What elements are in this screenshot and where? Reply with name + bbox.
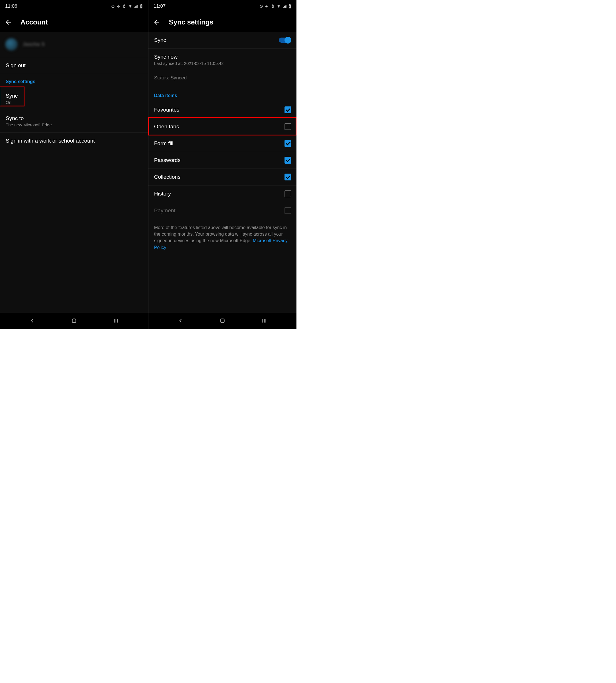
open-tabs-label: Open tabs <box>154 123 291 130</box>
chevron-left-icon <box>177 318 184 324</box>
arrow-left-icon <box>153 18 161 26</box>
arrow-left-icon <box>4 18 13 26</box>
page-title: Sync settings <box>169 18 213 26</box>
sync-item[interactable]: Sync On <box>0 88 148 110</box>
back-button[interactable] <box>152 17 162 27</box>
mute-icon <box>265 4 269 8</box>
payment-item: Payment <box>148 202 296 219</box>
status-icons <box>259 4 291 9</box>
syncto-item[interactable]: Sync to The new Microsoft Edge <box>0 110 148 133</box>
collections-checkbox[interactable] <box>285 174 291 180</box>
home-icon <box>71 318 77 324</box>
history-label: History <box>154 191 291 197</box>
content: Jascha S Sign out Sync settings Sync On … <box>0 32 148 313</box>
passwords-item[interactable]: Passwords <box>148 152 296 169</box>
favourites-item[interactable]: Favourites <box>148 101 296 118</box>
collections-label: Collections <box>154 174 291 180</box>
header: Sync settings <box>148 13 296 32</box>
sync-toggle-label: Sync <box>154 37 166 43</box>
content: Sync Sync now Last synced at: 2021-02-15… <box>148 32 296 313</box>
form-fill-label: Form fill <box>154 140 291 146</box>
phone-right: 11:07 Sync settings Sync Sync now Last s… <box>148 0 296 329</box>
header: Account <box>0 13 148 32</box>
sync-now-sub: Last synced at: 2021-02-15 11:05:42 <box>154 61 291 66</box>
payment-checkbox <box>285 207 291 214</box>
sync-settings-header: Sync settings <box>0 74 148 88</box>
passwords-label: Passwords <box>154 157 291 163</box>
page-title: Account <box>21 18 48 26</box>
nav-bar <box>0 313 148 329</box>
payment-label: Payment <box>154 207 291 214</box>
footer-text: More of the features listed above will b… <box>148 219 296 256</box>
sync-label: Sync <box>6 93 142 99</box>
phone-left: 11:06 Account Jascha S Sign out Sync set… <box>0 0 148 329</box>
favourites-label: Favourites <box>154 107 291 113</box>
alarm-icon <box>111 4 115 8</box>
battery-saver-icon <box>122 4 127 8</box>
recents-icon <box>113 318 119 324</box>
account-name: Jascha S <box>23 42 45 47</box>
form-fill-checkbox[interactable] <box>285 140 291 147</box>
account-row[interactable]: Jascha S <box>0 32 148 57</box>
sync-status-item: Status: Synced <box>148 71 296 88</box>
nav-back[interactable] <box>25 314 39 327</box>
signin-work-label: Sign in with a work or school account <box>6 138 142 144</box>
nav-home[interactable] <box>216 314 229 327</box>
status-time: 11:06 <box>5 3 17 9</box>
passwords-checkbox[interactable] <box>285 157 291 164</box>
nav-home[interactable] <box>67 314 81 327</box>
signal-icon <box>134 4 138 8</box>
battery-icon <box>288 4 291 9</box>
sync-value: On <box>6 100 142 105</box>
favourites-checkbox[interactable] <box>285 107 291 113</box>
status-icons <box>111 4 143 9</box>
alarm-icon <box>259 4 263 8</box>
history-item[interactable]: History <box>148 185 296 202</box>
sync-now-item[interactable]: Sync now Last synced at: 2021-02-15 11:0… <box>148 49 296 71</box>
nav-bar <box>148 313 296 329</box>
signout-label: Sign out <box>6 62 142 69</box>
syncto-value: The new Microsoft Edge <box>6 122 142 127</box>
back-button[interactable] <box>3 17 14 27</box>
nav-recents[interactable] <box>258 314 271 327</box>
nav-recents[interactable] <box>109 314 123 327</box>
sync-now-label: Sync now <box>154 54 291 60</box>
nav-back[interactable] <box>174 314 188 327</box>
sync-toggle[interactable] <box>279 37 291 44</box>
open-tabs-item[interactable]: Open tabs <box>148 118 296 135</box>
status-bar: 11:07 <box>148 0 296 13</box>
data-items-header: Data items <box>148 88 296 101</box>
syncto-label: Sync to <box>6 115 142 121</box>
form-fill-item[interactable]: Form fill <box>148 135 296 152</box>
sync-toggle-row[interactable]: Sync <box>148 32 296 49</box>
signin-work-item[interactable]: Sign in with a work or school account <box>0 133 148 149</box>
collections-item[interactable]: Collections <box>148 169 296 185</box>
history-checkbox[interactable] <box>285 190 291 197</box>
battery-saver-icon <box>270 4 275 8</box>
signal-icon <box>283 4 287 8</box>
home-icon <box>219 318 225 324</box>
open-tabs-checkbox[interactable] <box>285 123 291 130</box>
wifi-icon <box>128 4 133 8</box>
signout-item[interactable]: Sign out <box>0 57 148 74</box>
recents-icon <box>261 318 267 324</box>
svg-rect-1 <box>221 319 224 323</box>
chevron-left-icon <box>29 318 35 324</box>
wifi-icon <box>276 4 281 8</box>
svg-rect-0 <box>72 319 76 323</box>
mute-icon <box>116 4 121 8</box>
sync-status-label: Status: Synced <box>154 75 291 81</box>
status-bar: 11:06 <box>0 0 148 13</box>
status-time: 11:07 <box>154 3 166 9</box>
battery-icon <box>140 4 143 9</box>
avatar <box>5 38 18 51</box>
